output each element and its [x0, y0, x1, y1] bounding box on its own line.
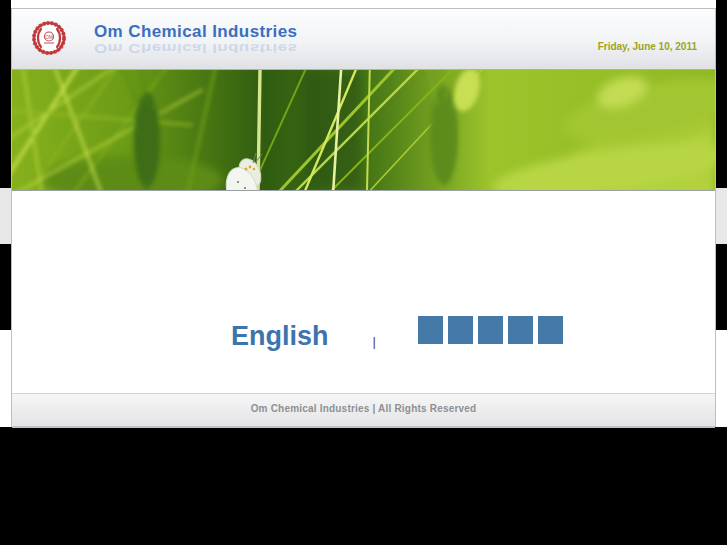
svg-text:OM: OM	[45, 35, 53, 40]
page-title: Om Chemical Industries Om Chemical Indus…	[94, 22, 297, 58]
site-wrapper: OM Om Chemical Industries Om Chemical In…	[11, 8, 716, 427]
right-grey-band	[716, 188, 727, 244]
wheat-field-graphic	[12, 70, 715, 190]
page-canvas: OM Om Chemical Industries Om Chemical In…	[0, 0, 727, 545]
left-grey-band	[0, 188, 11, 244]
site-header: OM Om Chemical Industries Om Chemical In…	[12, 9, 715, 69]
right-matte	[716, 0, 727, 330]
company-name-reflection: Om Chemical Industries	[94, 40, 297, 56]
language-separator: |	[373, 334, 376, 349]
language-link-blocks[interactable]	[418, 316, 563, 344]
language-link-english[interactable]: English	[231, 321, 329, 352]
language-selector: English |	[12, 191, 715, 352]
site-footer: Om Chemical Industries | All Rights Rese…	[12, 393, 715, 428]
left-matte	[0, 0, 11, 330]
language-block[interactable]	[538, 316, 563, 344]
current-date: Friday, June 10, 2011	[598, 41, 697, 52]
bottom-matte	[0, 427, 727, 545]
banner-image	[12, 69, 715, 191]
language-block[interactable]	[508, 316, 533, 344]
language-block[interactable]	[478, 316, 503, 344]
company-logo-icon: OM	[32, 21, 66, 55]
language-block[interactable]	[448, 316, 473, 344]
language-block[interactable]	[418, 316, 443, 344]
company-name: Om Chemical Industries	[94, 22, 297, 41]
main-content: English |	[12, 191, 715, 393]
copyright-text: Om Chemical Industries | All Rights Rese…	[251, 403, 477, 414]
